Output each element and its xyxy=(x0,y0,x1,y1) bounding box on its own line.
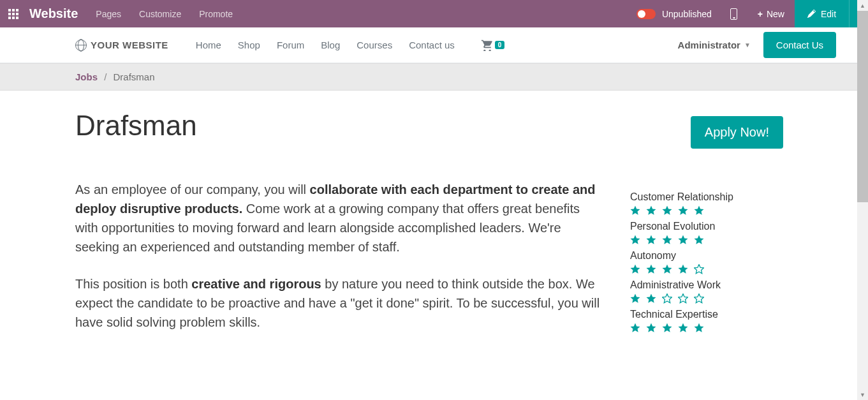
desc-p1-a: As an employee of our company, you will xyxy=(75,182,310,196)
rating-label: Personal Evolution xyxy=(630,221,783,232)
star-filled-icon xyxy=(630,323,640,333)
rating-stars[interactable] xyxy=(630,293,783,304)
star-filled-icon xyxy=(630,205,640,216)
user-dropdown[interactable]: Administrator ▼ xyxy=(678,40,751,50)
cart-icon xyxy=(481,40,494,51)
plus-icon: + xyxy=(758,9,763,19)
star-empty-icon xyxy=(662,293,672,304)
pencil-icon xyxy=(807,10,816,18)
breadcrumb-link-jobs[interactable]: Jobs xyxy=(75,71,98,82)
brand-title[interactable]: Website xyxy=(27,6,87,21)
star-filled-icon xyxy=(694,235,704,245)
star-empty-icon xyxy=(694,264,704,274)
nav-blog[interactable]: Blog xyxy=(313,40,348,50)
nav-shop[interactable]: Shop xyxy=(230,40,268,50)
rating-label: Administrative Work xyxy=(630,279,783,291)
rating-item: Technical Expertise xyxy=(630,309,783,333)
star-filled-icon xyxy=(630,264,640,274)
publish-label: Unpublished xyxy=(662,9,712,19)
apply-now-button[interactable]: Apply Now! xyxy=(691,116,783,149)
star-filled-icon xyxy=(646,235,656,245)
nav-home[interactable]: Home xyxy=(188,40,230,50)
star-filled-icon xyxy=(662,323,672,333)
star-empty-icon xyxy=(694,293,704,304)
logo-text: YOUR WEBSITE xyxy=(91,40,168,50)
star-filled-icon xyxy=(630,293,640,304)
new-button[interactable]: + New xyxy=(747,0,795,27)
rating-item: Autonomy xyxy=(630,250,783,274)
rating-item: Personal Evolution xyxy=(630,221,783,245)
star-filled-icon xyxy=(662,235,672,245)
rating-stars[interactable] xyxy=(630,323,783,333)
nav-courses[interactable]: Courses xyxy=(348,40,401,50)
star-filled-icon xyxy=(646,323,656,333)
rating-item: Customer Relationship xyxy=(630,191,783,216)
new-label: New xyxy=(767,9,784,19)
rating-label: Technical Expertise xyxy=(630,309,783,320)
star-filled-icon xyxy=(646,264,656,274)
publish-toggle[interactable]: Unpublished xyxy=(628,9,721,19)
rating-stars[interactable] xyxy=(630,264,783,274)
star-filled-icon xyxy=(646,205,656,216)
edit-button[interactable]: Edit xyxy=(795,0,849,27)
star-filled-icon xyxy=(694,205,704,216)
topmenu-promote[interactable]: Promote xyxy=(190,0,242,27)
breadcrumb-current: Drafsman xyxy=(114,71,155,82)
star-filled-icon xyxy=(678,235,688,245)
globe-icon xyxy=(75,40,87,51)
star-filled-icon xyxy=(662,205,672,216)
star-filled-icon xyxy=(646,293,656,304)
breadcrumb: Jobs / Drafsman xyxy=(75,71,783,82)
star-filled-icon xyxy=(694,323,704,333)
topmenu-customize[interactable]: Customize xyxy=(130,0,190,27)
site-logo[interactable]: YOUR WEBSITE xyxy=(75,40,168,51)
rating-stars[interactable] xyxy=(630,235,783,245)
star-filled-icon xyxy=(678,205,688,216)
rating-label: Customer Relationship xyxy=(630,191,783,203)
desc-p2-a: This position is both xyxy=(75,277,191,291)
cart-button[interactable]: 0 xyxy=(481,40,505,51)
edit-label: Edit xyxy=(821,9,836,19)
mobile-preview-button[interactable] xyxy=(721,8,747,20)
scrollbar[interactable]: ▲ ▼ xyxy=(857,0,868,400)
breadcrumb-separator: / xyxy=(104,71,107,82)
star-filled-icon xyxy=(678,264,688,274)
job-description: As an employee of our company, you will … xyxy=(75,180,601,332)
desc-p2-b: creative and rigorous xyxy=(191,277,321,291)
nav-forum[interactable]: Forum xyxy=(268,40,313,50)
scrollbar-up-icon[interactable]: ▲ xyxy=(857,0,868,11)
scrollbar-down-icon[interactable]: ▼ xyxy=(857,389,868,400)
star-filled-icon xyxy=(662,264,672,274)
job-title: Drafsman xyxy=(75,110,601,142)
rating-stars[interactable] xyxy=(630,205,783,216)
star-filled-icon xyxy=(630,235,640,245)
toggle-switch-icon xyxy=(636,9,656,19)
cart-count-badge: 0 xyxy=(495,41,505,49)
topmenu-pages[interactable]: Pages xyxy=(87,0,130,27)
star-filled-icon xyxy=(678,323,688,333)
chevron-down-icon: ▼ xyxy=(744,41,751,48)
mobile-icon xyxy=(730,8,737,20)
user-label: Administrator xyxy=(678,40,740,50)
star-empty-icon xyxy=(678,293,688,304)
rating-label: Autonomy xyxy=(630,250,783,262)
rating-item: Administrative Work xyxy=(630,279,783,304)
apps-icon[interactable] xyxy=(0,9,27,19)
scrollbar-thumb[interactable] xyxy=(857,11,868,202)
nav-contact[interactable]: Contact us xyxy=(401,40,463,50)
contact-us-button[interactable]: Contact Us xyxy=(763,32,836,58)
